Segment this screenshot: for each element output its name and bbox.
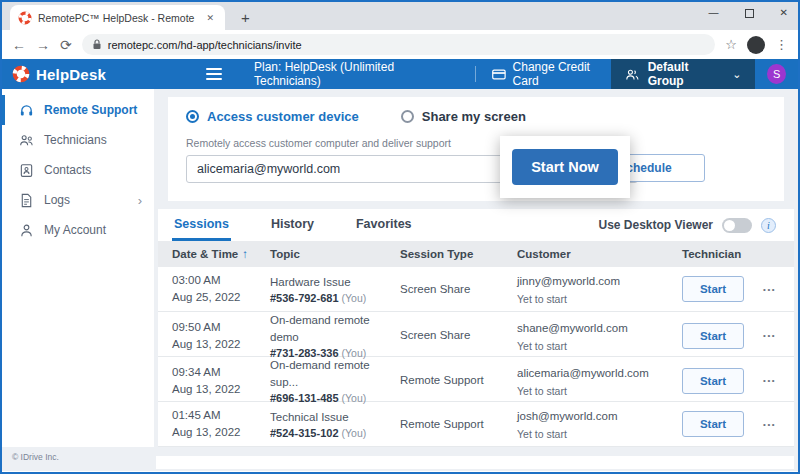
browser-toolbar: ← → ⟳ remotepc.com/hd-app/technicians/in… — [2, 30, 798, 59]
sidebar: Remote Support Technicians Contacts Logs… — [2, 89, 154, 447]
radio-share-my-screen[interactable]: Share my screen — [401, 109, 526, 124]
session-time: 03:00 AM — [172, 272, 270, 289]
lock-icon — [92, 39, 102, 50]
back-icon[interactable]: ← — [12, 37, 26, 53]
header-divider — [475, 66, 476, 82]
session-type: Remote Support — [400, 416, 517, 433]
footer-strip — [156, 456, 794, 469]
footer: © IDrive Inc. — [2, 447, 798, 471]
session-time: 09:50 AM — [172, 319, 270, 336]
maximize-button[interactable] — [745, 9, 754, 18]
column-header-date[interactable]: Date & Time↑ — [172, 248, 270, 260]
start-session-button[interactable]: Start — [682, 368, 744, 394]
main-content: Access customer device Share my screen R… — [154, 89, 798, 447]
browser-tabstrip: RemotePC™ HelpDesk - Remote ✕ + — ✕ — [2, 2, 798, 30]
table-row: 01:45 AMAug 13, 2022 Technical Issue#524… — [158, 402, 794, 447]
session-topic: Technical Issue — [270, 409, 400, 426]
chevron-down-icon: ⌄ — [732, 68, 741, 81]
app-header: HelpDesk Plan: HelpDesk (Unlimited Techn… — [2, 59, 798, 89]
tab-close-icon[interactable]: ✕ — [203, 11, 217, 25]
more-options-icon[interactable]: ••• — [763, 420, 776, 429]
tab-history[interactable]: History — [269, 209, 316, 241]
start-session-button[interactable]: Start — [682, 323, 744, 349]
session-owner: (You) — [342, 427, 367, 439]
contacts-icon — [19, 163, 34, 178]
invite-helper-text: Remotely access customer computer and de… — [186, 137, 766, 149]
customer-email: shane@myworld.com — [517, 320, 682, 337]
table-row: 09:34 AMAug 13, 2022 On-demand remote su… — [158, 357, 794, 402]
desktop-viewer-label: Use Desktop Viewer — [599, 218, 714, 232]
sidebar-item-logs[interactable]: Logs › — [2, 185, 154, 215]
column-header-session-type[interactable]: Session Type — [400, 248, 517, 260]
radio-access-customer-device[interactable]: Access customer device — [186, 109, 359, 124]
sidebar-item-technicians[interactable]: Technicians — [2, 125, 154, 155]
session-topic: On-demand remote sup... — [270, 357, 400, 390]
window-controls: — ✕ — [709, 8, 788, 18]
brand-name: HelpDesk — [36, 66, 106, 83]
session-type: Remote Support — [400, 372, 517, 389]
session-date: Aug 13, 2022 — [172, 381, 270, 398]
start-now-popup: Start Now — [500, 136, 630, 198]
session-date: Aug 13, 2022 — [172, 336, 270, 353]
start-session-button[interactable]: Start — [682, 276, 744, 302]
column-header-technician[interactable]: Technician — [682, 248, 794, 260]
lifebuoy-logo-icon — [12, 65, 30, 83]
close-window-button[interactable]: ✕ — [780, 8, 788, 18]
more-options-icon[interactable]: ••• — [763, 376, 776, 385]
forward-icon[interactable]: → — [36, 37, 50, 53]
session-time: 09:34 AM — [172, 364, 270, 381]
tab-title: RemotePC™ HelpDesk - Remote — [38, 12, 197, 24]
group-label: Default Group — [648, 60, 721, 88]
table-row: 09:50 AMAug 13, 2022 On-demand remote de… — [158, 312, 794, 357]
address-bar[interactable]: remotepc.com/hd-app/technicians/invite — [82, 34, 716, 55]
site-favicon-icon — [18, 11, 32, 25]
start-now-button[interactable]: Start Now — [512, 149, 618, 185]
minimize-button[interactable]: — — [709, 8, 719, 18]
sidebar-item-label: Contacts — [44, 163, 91, 177]
radio-selected-icon — [186, 110, 199, 123]
session-status: Yet to start — [517, 428, 682, 440]
technicians-icon — [19, 133, 34, 148]
credit-card-icon — [492, 69, 506, 80]
session-date: Aug 25, 2022 — [172, 289, 270, 306]
session-time: 01:45 AM — [172, 407, 270, 424]
sort-asc-icon: ↑ — [242, 248, 248, 260]
invite-panel: Access customer device Share my screen R… — [168, 97, 784, 201]
session-date: Aug 13, 2022 — [172, 424, 270, 441]
sidebar-item-remote-support[interactable]: Remote Support — [2, 95, 154, 125]
reload-icon[interactable]: ⟳ — [60, 37, 72, 53]
customer-email: jinny@myworld.com — [517, 273, 682, 290]
tab-sessions[interactable]: Sessions — [172, 209, 231, 241]
session-id: #524-315-102 — [270, 427, 339, 439]
desktop-viewer-toggle[interactable] — [722, 218, 752, 233]
session-owner: (You) — [342, 292, 367, 304]
sidebar-item-contacts[interactable]: Contacts — [2, 155, 154, 185]
browser-menu-icon[interactable]: ⋮ — [775, 37, 788, 52]
change-credit-card-button[interactable]: Change Credit Card — [492, 60, 611, 88]
session-topic: Hardware Issue — [270, 274, 400, 291]
copyright-text: © IDrive Inc. — [12, 452, 59, 462]
browser-tab[interactable]: RemotePC™ HelpDesk - Remote ✕ — [10, 5, 225, 30]
group-selector[interactable]: Default Group ⌄ — [611, 59, 755, 89]
column-header-topic[interactable]: Topic — [270, 248, 400, 260]
more-options-icon[interactable]: ••• — [763, 331, 776, 340]
info-icon[interactable]: i — [761, 218, 776, 233]
url-text: remotepc.com/hd-app/technicians/invite — [108, 39, 302, 51]
customer-email: alicemaria@myworld.com — [517, 365, 682, 382]
user-avatar[interactable]: S — [767, 64, 786, 84]
new-tab-button[interactable]: + — [235, 9, 256, 26]
table-header: Date & Time↑ Topic Session Type Customer… — [158, 241, 794, 267]
session-id: #536-792-681 — [270, 292, 339, 304]
sidebar-item-my-account[interactable]: My Account — [2, 215, 154, 245]
app-logo[interactable]: HelpDesk — [2, 65, 154, 83]
session-owner: (You) — [342, 392, 367, 404]
chevron-right-icon: › — [138, 193, 142, 208]
more-options-icon[interactable]: ••• — [763, 285, 776, 294]
bookmark-star-icon[interactable]: ☆ — [725, 37, 737, 52]
hamburger-menu-icon[interactable] — [206, 68, 222, 80]
tab-favorites[interactable]: Favorites — [354, 209, 414, 241]
logs-icon — [19, 193, 34, 208]
start-session-button[interactable]: Start — [682, 411, 744, 437]
column-header-customer[interactable]: Customer — [517, 248, 682, 260]
browser-profile-avatar[interactable] — [747, 36, 765, 54]
